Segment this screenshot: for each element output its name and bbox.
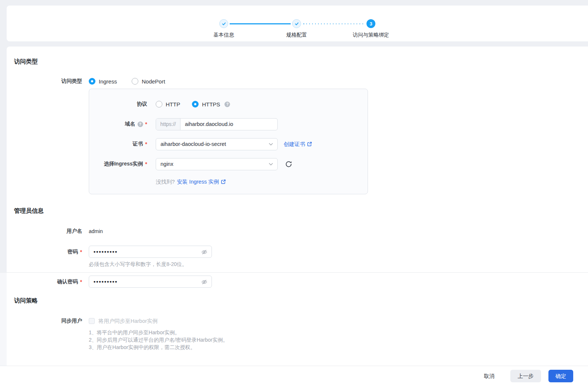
domain-input[interactable] <box>180 119 277 130</box>
step-spec-config[interactable]: 规格配置 <box>292 19 301 28</box>
sync-users-row: 同步用户 将用户同步至Harbor实例 <box>14 317 588 325</box>
cancel-button[interactable]: 取消 <box>480 370 499 382</box>
radio-nodeport[interactable]: NodePort <box>132 78 165 85</box>
certificate-select-value: aiharbor-daocloud-io-secret <box>160 141 226 147</box>
radio-http[interactable]: HTTP <box>156 101 180 107</box>
radio-http-label: HTTP <box>166 101 180 107</box>
domain-label-text: 域名 <box>125 121 135 127</box>
protocol-options: HTTP HTTPS ? <box>156 101 230 107</box>
username-value: admin <box>89 228 103 234</box>
required-asterisk: * <box>145 161 147 167</box>
install-ingress-link[interactable]: 安装 Ingress 实例 <box>177 178 226 185</box>
sync-users-control: 将用户同步至Harbor实例 <box>89 317 158 325</box>
step-basic-info[interactable]: 基本信息 <box>219 19 228 28</box>
confirm-password-input[interactable] <box>89 279 212 285</box>
ingress-instance-select-value: nginx <box>160 161 173 167</box>
password-field-wrap <box>89 246 212 258</box>
access-type-label: 访问类型 <box>14 78 82 85</box>
radio-selected-icon <box>89 78 95 85</box>
previous-step-button[interactable]: 上一步 <box>510 370 541 382</box>
ingress-config-panel: 协议 HTTP HTTPS ? 域名 ? <box>89 89 368 194</box>
sync-note-1: 1、将平台中的用户同步至Harbor实例。 <box>89 329 588 336</box>
ingress-instance-control: nginx <box>156 158 293 170</box>
step2-check-icon <box>292 19 301 28</box>
password-label-text: 密码 <box>68 249 78 255</box>
form-content: 访问类型 访问类型 Ingress NodePort 协议 <box>7 47 588 351</box>
confirm-button[interactable]: 确定 <box>548 370 573 382</box>
wizard-header-card: 基本信息 规格配置 3 访问与策略绑定 <box>7 6 588 41</box>
required-asterisk: * <box>80 249 82 255</box>
sync-users-label: 同步用户 <box>14 318 82 324</box>
sync-users-notes: 1、将平台中的用户同步至Harbor实例。 2、同步后用户可以通过平台的用户名/… <box>89 329 588 351</box>
password-hint: 必须包含大小写字母和数字，长度8-20位。 <box>89 260 588 268</box>
ingress-instance-select[interactable]: nginx <box>156 158 278 170</box>
radio-https-label: HTTPS <box>202 101 220 107</box>
domain-control: https:// <box>156 118 278 130</box>
sync-note-2: 2、同步后用户可以通过平台的用户名/密码登录Harbor实例。 <box>89 336 588 344</box>
radio-ingress[interactable]: Ingress <box>89 78 117 85</box>
protocol-label: 协议 <box>89 101 147 107</box>
domain-row: 域名 ? * https:// <box>89 118 368 130</box>
password-label: 密码 * <box>14 249 82 255</box>
https-help-icon[interactable]: ? <box>224 102 230 107</box>
password-control <box>89 246 212 258</box>
required-asterisk: * <box>80 279 82 285</box>
create-certificate-link-text: 创建证书 <box>284 141 305 148</box>
refresh-icon <box>285 160 293 168</box>
password-row: 密码 * <box>14 246 588 258</box>
certificate-select[interactable]: aiharbor-daocloud-io-secret <box>156 138 278 150</box>
footer-action-bar: 取消 上一步 确定 <box>0 366 588 386</box>
left-margin-strip <box>0 273 7 366</box>
ingress-instance-row: 选择Ingress实例 * nginx <box>89 158 368 170</box>
create-certificate-link[interactable]: 创建证书 <box>284 141 312 148</box>
radio-https[interactable]: HTTPS <box>192 101 220 107</box>
radio-ingress-label: Ingress <box>99 78 117 85</box>
access-type-row: 访问类型 Ingress NodePort <box>14 75 588 87</box>
sync-users-checkbox-label: 将用户同步至Harbor实例 <box>98 318 158 325</box>
certificate-control: aiharbor-daocloud-io-secret 创建证书 <box>156 138 312 150</box>
sticky-sheet-divider <box>0 272 588 273</box>
confirm-password-row: 确认密码 * <box>14 276 588 288</box>
chevron-down-icon <box>269 163 273 165</box>
step3-label: 访问与策略绑定 <box>353 32 389 38</box>
chevron-down-icon <box>269 143 273 146</box>
external-link-icon <box>307 141 312 147</box>
radio-unselected-icon <box>132 78 138 85</box>
toggle-password-visibility[interactable] <box>201 249 208 256</box>
step-connector-2 <box>303 23 364 24</box>
ingress-helper-row: 没找到? 安装 Ingress 实例 <box>156 178 368 185</box>
step1-check-icon <box>219 19 228 28</box>
section-title-admin: 管理员信息 <box>14 207 588 215</box>
certificate-label: 证书 * <box>89 141 147 147</box>
refresh-button[interactable] <box>285 160 293 168</box>
step-access-binding[interactable]: 3 访问与策略绑定 <box>366 19 375 28</box>
confirm-password-label: 确认密码 * <box>14 279 82 285</box>
form-card: 访问类型 访问类型 Ingress NodePort 协议 <box>7 47 588 386</box>
access-type-options: Ingress NodePort <box>89 78 165 85</box>
not-found-text: 没找到? <box>156 178 175 185</box>
install-ingress-link-text: 安装 Ingress 实例 <box>177 178 219 185</box>
username-value-wrap: admin <box>89 228 103 234</box>
step1-label: 基本信息 <box>213 32 234 38</box>
confirm-password-label-text: 确认密码 <box>57 279 78 285</box>
confirm-password-control <box>89 276 212 288</box>
certificate-row: 证书 * aiharbor-daocloud-io-secret 创建证书 <box>89 138 368 150</box>
section-title-access-type: 访问类型 <box>14 58 588 66</box>
username-row: 用户名 admin <box>14 225 588 237</box>
step2-label: 规格配置 <box>286 32 307 38</box>
username-label: 用户名 <box>14 228 82 235</box>
confirm-password-field-wrap <box>89 276 212 288</box>
required-asterisk: * <box>145 121 147 127</box>
domain-input-group: https:// <box>156 118 278 130</box>
domain-protocol-prefix: https:// <box>156 119 180 130</box>
toggle-confirm-password-visibility[interactable] <box>201 279 208 286</box>
step-connector-1 <box>230 23 291 24</box>
section-title-policy: 访问策略 <box>14 297 588 305</box>
domain-help-icon[interactable]: ? <box>138 122 143 127</box>
sync-users-checkbox[interactable] <box>89 318 95 324</box>
password-input[interactable] <box>89 249 212 255</box>
ingress-instance-label-text: 选择Ingress实例 <box>104 161 143 167</box>
protocol-row: 协议 HTTP HTTPS ? <box>89 98 368 110</box>
step3-number-badge: 3 <box>366 19 375 28</box>
wizard-stepper: 基本信息 规格配置 3 访问与策略绑定 <box>219 19 375 28</box>
